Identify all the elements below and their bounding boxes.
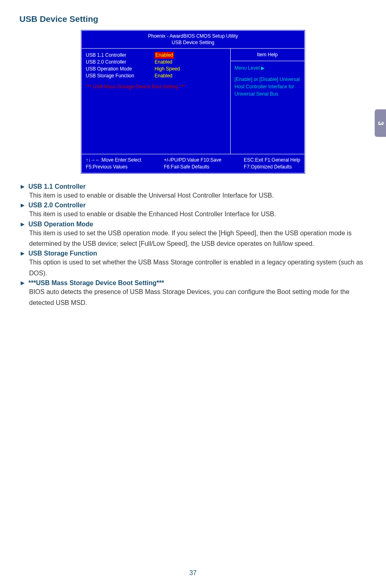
description-list: ► USB 1.1 Controller This item is used t…	[19, 183, 367, 308]
arrow-right-icon: ►	[19, 183, 26, 190]
setting-value: Enabled	[155, 72, 172, 79]
item-title: USB Operation Mode	[28, 221, 93, 228]
page-number: 37	[0, 569, 386, 577]
item-title: ***USB Mass Storage Device Boot Setting*…	[28, 279, 164, 286]
chapter-number: 3	[376, 121, 384, 125]
help-body-text: [Enable] or [Disable] Universal Host Con…	[235, 76, 300, 98]
item-body: This item is used to enable or disable t…	[29, 209, 367, 219]
setting-row: USB 1.1 Controller Enabled	[86, 52, 226, 59]
setting-row: USB 2.0 Controller Enabled	[86, 59, 226, 66]
footer-text: F6:Fail-Safe Defaults	[164, 164, 221, 170]
item-heading: ► USB 1.1 Controller	[19, 183, 367, 190]
setting-value: High Speed	[155, 66, 180, 72]
item-heading: ► USB 2.0 Controller	[19, 202, 367, 209]
setting-value: Enabled	[155, 59, 172, 66]
item-title: USB Storage Function	[28, 250, 97, 257]
arrow-right-icon: ►	[19, 279, 26, 287]
setting-label: USB Storage Function	[86, 72, 155, 79]
boot-setting-text: *** USB Mass Storage Device Boot Setting…	[86, 84, 226, 89]
bios-settings-pane: USB 1.1 Controller Enabled USB 2.0 Contr…	[82, 49, 231, 154]
setting-row: USB Storage Function Enabled	[86, 72, 226, 79]
bios-header-line2: USB Device Setting	[82, 40, 304, 46]
item-body: This item is used to enable or disable t…	[29, 190, 367, 201]
help-title: Item Help	[231, 49, 304, 61]
arrow-right-icon: ►	[19, 221, 26, 228]
bios-help-pane: Item Help Menu Level ▶ [Enable] or [Disa…	[231, 49, 304, 154]
bios-header-line1: Phoenix - AwardBIOS CMOS Setup Utility	[82, 33, 304, 40]
bios-footer: ↑↓→←:Move Enter:Select F5:Previous Value…	[82, 154, 304, 173]
footer-text: +/-/PU/PD:Value F10:Save	[164, 157, 221, 164]
item-body: BIOS auto detects the presence of USB Ma…	[29, 287, 367, 308]
item-body: This option is used to set whether the U…	[29, 257, 367, 279]
page-title: USB Device Setting	[19, 14, 367, 24]
item-heading: ► USB Storage Function	[19, 250, 367, 257]
setting-row: USB Operation Mode High Speed	[86, 66, 226, 72]
setting-label: USB 1.1 Controller	[86, 52, 155, 59]
item-body: This item is used to set the USB operati…	[29, 228, 367, 249]
footer-text: F5:Previous Values	[86, 164, 141, 170]
chapter-tab: 3	[375, 109, 386, 137]
item-title: USB 2.0 Controller	[28, 202, 85, 209]
arrow-right-icon: ►	[19, 202, 26, 209]
setting-value-selected: Enabled	[155, 52, 174, 59]
footer-text: ↑↓→←:Move Enter:Select	[86, 157, 141, 164]
footer-text: ESC:Exit F1:General Help	[244, 157, 300, 164]
arrow-right-icon: ►	[19, 250, 26, 257]
bios-header: Phoenix - AwardBIOS CMOS Setup Utility U…	[82, 31, 304, 49]
menu-level: Menu Level ▶	[235, 64, 300, 72]
setting-label: USB 2.0 Controller	[86, 59, 155, 66]
item-heading: ► USB Operation Mode	[19, 221, 367, 228]
setting-label: USB Operation Mode	[86, 66, 155, 72]
footer-text: F7:Optimized Defaults	[244, 164, 300, 170]
item-title: USB 1.1 Controller	[28, 183, 85, 190]
item-heading: ► ***USB Mass Storage Device Boot Settin…	[19, 279, 367, 287]
bios-screenshot: Phoenix - AwardBIOS CMOS Setup Utility U…	[81, 30, 305, 174]
